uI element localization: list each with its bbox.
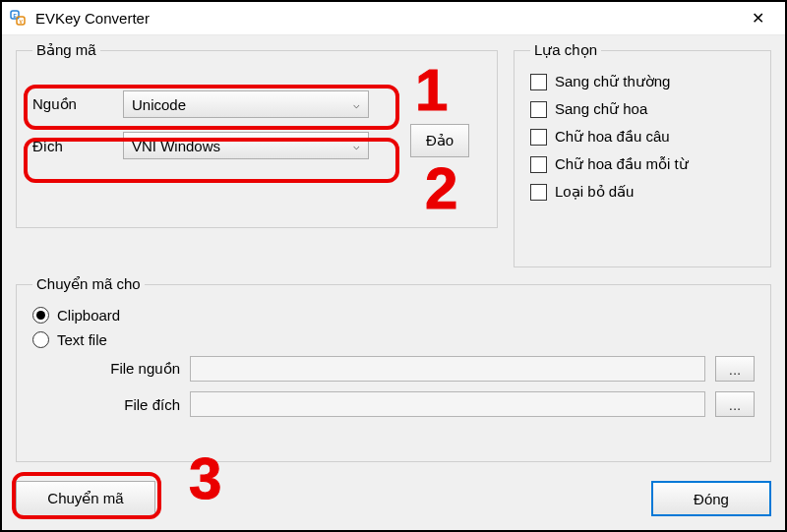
file-dest-label: File đích — [91, 396, 180, 413]
annotation-number-1: 1 — [415, 61, 448, 120]
dest-combo-value: VNI Windows — [132, 138, 220, 154]
chevron-down-icon: ⌵ — [353, 98, 360, 111]
groupbox-chuyenma: Chuyển mã cho Clipboard Text file File n… — [16, 275, 771, 462]
chevron-down-icon: ⌵ — [353, 140, 360, 152]
browse-dest-button[interactable]: ... — [715, 391, 755, 417]
file-source-input[interactable] — [190, 356, 705, 382]
groupbox-luachon: Lựa chọn Sang chữ thường Sang chữ hoa Ch… — [514, 41, 771, 267]
file-dest-input[interactable] — [190, 391, 705, 417]
convert-button[interactable]: Chuyển mã — [16, 481, 155, 516]
radio-label: Text file — [57, 331, 107, 348]
annotation-number-3: 3 — [189, 449, 221, 508]
dest-combo[interactable]: VNI Windows ⌵ — [123, 132, 369, 159]
close-dialog-button[interactable]: Đóng — [651, 481, 771, 516]
window-title: EVKey Converter — [35, 10, 738, 27]
checkbox-lowercase[interactable] — [530, 74, 547, 90]
checkbox-title-case[interactable] — [530, 156, 547, 173]
source-combo-value: Unicode — [132, 96, 186, 113]
checkbox-label: Sang chữ thường — [555, 73, 670, 90]
legend-bangma: Bảng mã — [32, 41, 100, 59]
source-combo[interactable]: Unicode ⌵ — [123, 90, 369, 118]
legend-luachon: Lựa chọn — [530, 41, 601, 59]
swap-button[interactable]: Đảo — [410, 124, 469, 157]
radio-label: Clipboard — [57, 307, 120, 324]
checkbox-remove-diacritics[interactable] — [530, 184, 547, 201]
checkbox-sentence-case[interactable] — [530, 129, 547, 146]
dest-label: Đích — [32, 138, 123, 154]
radio-textfile[interactable] — [32, 331, 49, 348]
svg-text:V: V — [20, 18, 24, 24]
annotation-number-2: 2 — [425, 159, 457, 218]
checkbox-label: Loại bỏ dấu — [555, 183, 634, 201]
app-icon: E V — [10, 10, 28, 28]
file-source-label: File nguồn — [91, 360, 180, 378]
source-label: Nguồn — [32, 95, 123, 113]
checkbox-uppercase[interactable] — [530, 101, 547, 118]
checkbox-label: Sang chữ hoa — [555, 100, 647, 118]
close-button[interactable]: ✕ — [738, 2, 777, 34]
legend-chuyenma: Chuyển mã cho — [32, 275, 145, 293]
browse-source-button[interactable]: ... — [715, 356, 755, 382]
checkbox-label: Chữ hoa đầu câu — [555, 128, 670, 146]
checkbox-label: Chữ hoa đầu mỗi từ — [555, 155, 689, 173]
titlebar: E V EVKey Converter ✕ — [2, 2, 785, 35]
radio-clipboard[interactable] — [32, 307, 49, 324]
